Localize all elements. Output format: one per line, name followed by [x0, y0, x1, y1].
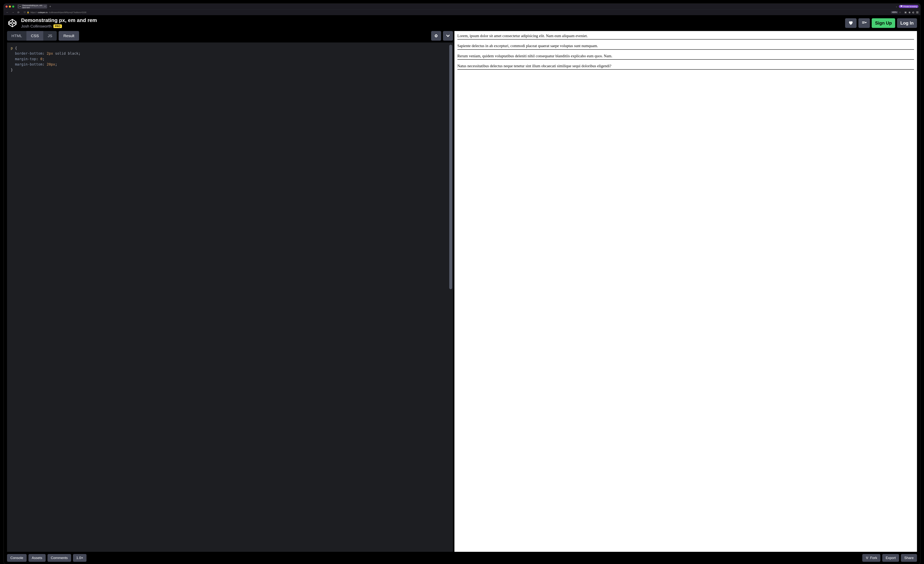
private-browsing-badge: Private browsing — [899, 5, 918, 8]
header-actions: Sign Up Log In — [845, 18, 917, 28]
css-editor[interactable]: p { border-bottom: 2px solid black; marg… — [7, 42, 453, 552]
code-value: 0 — [40, 57, 42, 61]
codepen-favicon — [19, 5, 21, 7]
pen-author[interactable]: Josh Collinsworth — [21, 24, 51, 28]
account-icon[interactable]: ◉ — [909, 11, 910, 13]
window-controls — [6, 6, 14, 7]
forward-button[interactable]: → — [11, 11, 15, 14]
tab-css[interactable]: CSS — [26, 31, 43, 40]
codepen-header: Demonstrating px, em and rem Josh Collin… — [4, 15, 920, 31]
titlebar: Demonstrating px, em and rem × + ⌄ Priva… — [4, 4, 920, 9]
zoom-badge[interactable]: 400% — [891, 11, 898, 13]
codepen-footer: Console Assets Comments 1.0× Fork Export… — [4, 552, 920, 564]
private-browsing-label: Private browsing — [903, 6, 917, 7]
svg-point-2 — [435, 35, 436, 37]
url-bar[interactable]: 🛡︎ 🔒 https://codepen.io/collinsworth/pen… — [22, 11, 903, 13]
codepen-app: Demonstrating px, em and rem Josh Collin… — [4, 15, 920, 564]
console-button[interactable]: Console — [7, 554, 27, 562]
editor-dropdown-button[interactable] — [443, 31, 453, 40]
back-button[interactable]: ← — [6, 11, 9, 14]
codepen-logo[interactable] — [7, 18, 18, 28]
toolbar-icons: ▣ ◉ ◐ — [904, 11, 918, 13]
code-brace-open: { — [13, 46, 17, 50]
pen-title-block: Demonstrating px, em and rem Josh Collin… — [21, 18, 842, 28]
preview-paragraph: Rerum veniam, quidem voluptatibus deleni… — [458, 53, 914, 60]
code-prop: margin-top — [15, 57, 36, 61]
svg-point-3 — [866, 557, 867, 557]
pro-badge: PRO — [53, 24, 62, 28]
comments-button[interactable]: Comments — [48, 554, 71, 562]
code-selector: p — [11, 46, 13, 50]
export-button[interactable]: Export — [882, 554, 899, 562]
tab-result[interactable]: Result — [58, 31, 79, 40]
preview-paragraph: Lorem, ipsum dolor sit amet consectetur … — [458, 33, 914, 39]
url-domain: codepen.io — [38, 11, 48, 13]
code-brace-close: } — [11, 68, 13, 72]
url-scheme: https:// — [30, 11, 37, 13]
preview-paragraph: Sapiente delectus in ab excepturi, commo… — [458, 43, 914, 49]
main-area: HTML CSS JS Result p { border-bot — [4, 31, 920, 552]
login-button[interactable]: Log In — [897, 18, 917, 28]
layout-button[interactable] — [858, 18, 870, 28]
browser-window: Demonstrating px, em and rem × + ⌄ Priva… — [4, 4, 920, 564]
result-pane: Lorem, ipsum dolor sit amet consectetur … — [454, 31, 917, 552]
mask-icon — [900, 5, 903, 7]
tab-js[interactable]: JS — [43, 31, 57, 40]
maximize-window-button[interactable] — [12, 6, 14, 7]
reload-button[interactable]: ⟳ — [16, 11, 20, 14]
code-value: 20px — [47, 62, 55, 66]
shield-icon[interactable]: 🛡︎ — [24, 11, 26, 13]
url-bar-row: ← → ⟳ 🛡︎ 🔒 https://codepen.io/collinswor… — [4, 9, 920, 15]
editor-column: HTML CSS JS Result p { border-bot — [7, 31, 453, 552]
editor-scrollbar[interactable] — [449, 45, 452, 289]
browser-tab[interactable]: Demonstrating px, em and rem × — [18, 4, 47, 9]
code-value-kw: solid black — [55, 51, 78, 55]
assets-button[interactable]: Assets — [28, 554, 46, 562]
editor-tabs-row: HTML CSS JS Result — [7, 31, 453, 40]
fork-label: Fork — [870, 556, 877, 560]
code-prop: margin-bottom — [15, 62, 42, 66]
hamburger-menu-icon[interactable] — [916, 12, 918, 13]
preview-paragraph: Natus necessitatibus delectus neque tene… — [458, 63, 914, 70]
bookmark-star-icon[interactable]: ☆ — [899, 11, 901, 13]
lock-icon[interactable]: 🔒 — [27, 11, 29, 13]
code-value: 2px — [47, 51, 53, 55]
signup-button[interactable]: Sign Up — [872, 18, 895, 28]
fork-button[interactable]: Fork — [862, 554, 880, 562]
share-button[interactable]: Share — [901, 554, 917, 562]
tab-title: Demonstrating px, em and rem — [22, 4, 42, 9]
code-prop: border-bottom — [15, 51, 42, 55]
settings-button[interactable] — [431, 31, 441, 40]
svg-point-4 — [868, 557, 868, 557]
preview-zoom-button[interactable]: 1.0× — [73, 554, 87, 562]
love-button[interactable] — [845, 18, 856, 28]
pen-title: Demonstrating px, em and rem — [21, 18, 842, 23]
url-path: /collinsworth/pen/WNyvvqY?editors=0100 — [49, 11, 86, 13]
tabs-dropdown-icon[interactable]: ⌄ — [896, 5, 897, 8]
fork-icon — [866, 557, 868, 560]
svg-rect-0 — [19, 5, 21, 7]
close-window-button[interactable] — [6, 6, 8, 7]
tab-html[interactable]: HTML — [7, 31, 26, 40]
code-tabs: HTML CSS JS — [7, 31, 57, 40]
close-tab-icon[interactable]: × — [44, 5, 46, 8]
new-tab-button[interactable]: + — [49, 5, 52, 8]
extension-icon-2[interactable]: ◐ — [912, 11, 914, 13]
minimize-window-button[interactable] — [9, 6, 11, 7]
svg-point-5 — [867, 559, 867, 559]
preview-content: Lorem, ipsum dolor sit amet consectetur … — [454, 31, 917, 76]
extension-icon[interactable]: ▣ — [904, 11, 907, 13]
